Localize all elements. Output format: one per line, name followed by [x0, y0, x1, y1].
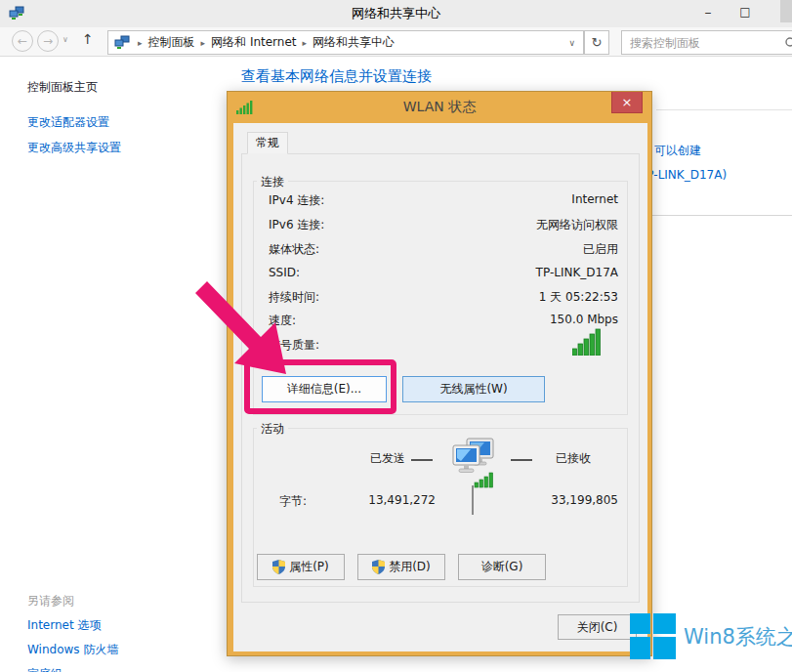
connection-row: 速度: 150.0 Mbps [269, 313, 618, 330]
wlan-status-dialog: WLAN 状态 × 常规 连接 IPv4 连接: Internet IPv6 连… [227, 91, 652, 656]
content-divider [643, 215, 792, 216]
properties-button-label: 属性(P) [289, 559, 329, 575]
window-title: 网络和共享中心 [0, 0, 792, 27]
network-location-icon [114, 35, 130, 51]
connection-row: 持续时间: 1 天 05:22:53 [269, 289, 618, 307]
speed-label: 速度: [269, 313, 296, 330]
connection-row: IPv6 连接: 无网络访问权限 [269, 217, 618, 234]
connection-row: SSID: TP-LINK_D17A [269, 266, 618, 283]
ipv4-label: IPv4 连接: [269, 192, 324, 210]
received-label: 已接收 [556, 450, 591, 467]
details-button[interactable]: 详细信息(E)... [262, 376, 387, 402]
dialog-titlebar[interactable]: WLAN 状态 × [228, 92, 651, 123]
content-divider [656, 109, 792, 110]
dialog-title: WLAN 状态 [228, 92, 651, 123]
search-input[interactable] [622, 36, 784, 50]
media-state-label: 媒体状态: [269, 241, 319, 259]
properties-button[interactable]: 属性(P) [257, 554, 345, 580]
diagnose-button[interactable]: 诊断(G) [458, 554, 546, 580]
media-state-value: 已启用 [583, 241, 618, 259]
breadcrumb-control-panel[interactable]: 控制面板 [146, 34, 197, 51]
signal-quality-bars-icon [572, 328, 604, 356]
forward-button[interactable]: → [37, 30, 59, 52]
ipv4-value: Internet [571, 192, 618, 210]
windows-logo-icon [630, 613, 676, 659]
watermark: Win8系统之家 [630, 613, 792, 659]
breadcrumb-network-internet[interactable]: 网络和 Internet [209, 34, 298, 51]
breadcrumb-separator-icon: ▸ [197, 38, 210, 48]
history-dropdown-icon[interactable]: ∨ [63, 35, 68, 44]
search-box [621, 30, 792, 55]
duration-label: 持续时间: [269, 289, 319, 307]
close-dialog-button[interactable]: 关闭(C) [558, 614, 637, 640]
breadcrumb-network-sharing-center[interactable]: 网络和共享中心 [311, 34, 396, 51]
address-bar[interactable]: ▸ 控制面板 ▸ 网络和 Internet ▸ 网络和共享中心 ∨ [107, 30, 584, 55]
bytes-separator [472, 485, 474, 515]
dialog-body: 常规 连接 IPv4 连接: Internet IPv6 连接: 无网络访问权限… [233, 123, 647, 651]
computers-activity-icon [445, 436, 498, 488]
bytes-sent-value: 13,491,272 [338, 493, 436, 507]
sent-label: 已发送 [370, 450, 405, 467]
breadcrumb-separator-icon: ▸ [299, 38, 312, 48]
ssid-value: TP-LINK_D17A [536, 266, 618, 283]
sidebar-item-internet-options[interactable]: Internet 选项 [27, 617, 101, 634]
back-button[interactable]: ← [12, 30, 33, 52]
sidebar-item-change-advanced-sharing[interactable]: 更改高级共享设置 [27, 140, 121, 156]
maximize-button[interactable]: □ [730, 0, 760, 23]
page-title: 查看基本网络信息并设置连接 [241, 67, 432, 86]
sent-dash [411, 459, 433, 461]
uac-shield-icon [272, 560, 285, 574]
network-sharing-center-window: 网络和共享中心 – □ ← → ∨ ↑ ▸ 控制面板 ▸ 网络和 Interne… [0, 0, 792, 672]
bytes-received-value: 33,199,805 [509, 493, 618, 507]
signal-quality-label: 信号质量: [269, 337, 319, 354]
ipv6-label: IPv6 连接: [269, 217, 324, 234]
close-window-button[interactable] [780, 0, 792, 22]
search-icon [784, 36, 792, 50]
breadcrumb-separator-icon: ▸ [134, 38, 146, 48]
duration-value: 1 天 05:22:53 [539, 289, 618, 307]
ssid-label: SSID: [269, 266, 300, 283]
sidebar-item-control-panel-home[interactable]: 控制面板主页 [27, 79, 98, 96]
bytes-label: 字节: [279, 493, 307, 510]
up-button[interactable]: ↑ [82, 31, 94, 47]
watermark-text: Win8系统之家 [684, 623, 792, 651]
sidebar-item-homegroup[interactable]: 家庭组 [27, 666, 63, 672]
ipv6-value: 无网络访问权限 [536, 217, 618, 234]
connection-group-label: 连接 [257, 174, 288, 190]
disable-button-label: 禁用(D) [389, 559, 431, 575]
connection-row: 媒体状态: 已启用 [269, 241, 618, 259]
received-dash [511, 459, 532, 461]
clipped-ssid-link[interactable]: TP-LINK_D17A) [640, 168, 727, 182]
minimize-button[interactable]: – [693, 0, 723, 23]
diagnose-button-label: 诊断(G) [481, 559, 523, 575]
uac-shield-icon [372, 560, 385, 574]
sidebar-item-change-adapter-settings[interactable]: 更改适配器设置 [27, 114, 109, 131]
disable-button[interactable]: 禁用(D) [357, 554, 445, 580]
tab-general[interactable]: 常规 [247, 132, 288, 154]
wireless-properties-button[interactable]: 无线属性(W) [402, 376, 545, 402]
activity-group-label: 活动 [257, 421, 288, 438]
address-dropdown-icon[interactable]: ∨ [566, 38, 577, 48]
see-also-heading: 另请参阅 [27, 593, 74, 609]
dialog-close-icon[interactable]: × [611, 92, 643, 113]
refresh-button[interactable]: ↻ [584, 30, 609, 55]
connection-row: IPv4 连接: Internet [269, 192, 618, 210]
window-titlebar: 网络和共享中心 – □ [0, 0, 792, 27]
sidebar-item-windows-firewall[interactable]: Windows 防火墙 [27, 642, 118, 658]
